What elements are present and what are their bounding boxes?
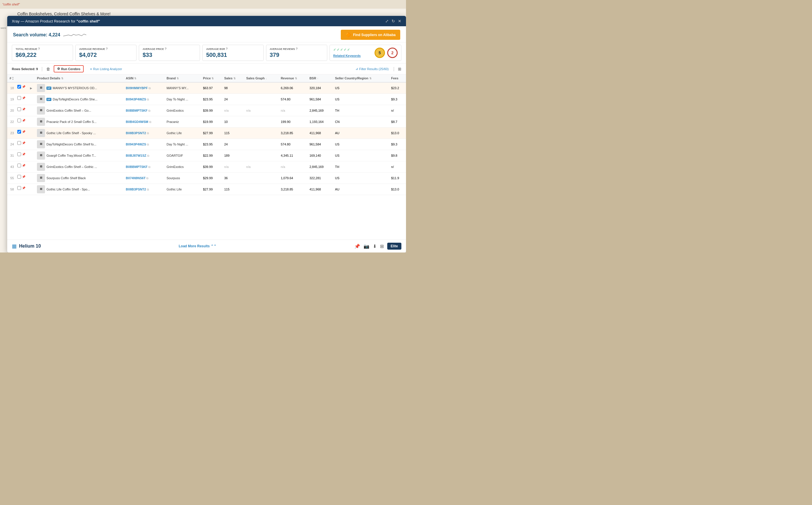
asin-link[interactable]: B0BBMPTSKF [126, 165, 148, 169]
pin-icon[interactable]: 📌 [22, 153, 25, 156]
row-expand[interactable] [28, 150, 35, 161]
revenue-cell: 3,218.85 [278, 128, 307, 139]
row-expand[interactable] [28, 128, 35, 139]
pin-icon[interactable]: 📌 [22, 141, 25, 145]
copy-icon[interactable]: ⧉ [148, 87, 151, 90]
price-cell: $22.99 [201, 150, 222, 161]
copy-icon[interactable]: ⧉ [148, 120, 151, 124]
asin-link[interactable]: B0943P4WZS [126, 98, 146, 101]
search-volume-label: Search volume: 4,224 [13, 32, 60, 37]
sales-cell: 36 [222, 173, 244, 184]
row-checkbox[interactable] [17, 130, 21, 134]
row-checkbox[interactable] [17, 107, 21, 111]
row-expand[interactable] [28, 139, 35, 150]
copy-icon[interactable]: ⧉ [148, 109, 150, 112]
find-suppliers-button[interactable]: 🔶 Find Suppliers on Alibaba [341, 30, 400, 40]
asin-link[interactable]: B0BBMPTSKF [126, 109, 148, 112]
browser-search-bar: "coffin shelf" [0, 0, 406, 9]
row-expand[interactable] [28, 161, 35, 173]
row-controls[interactable]: 📌 [16, 128, 28, 135]
pin-icon[interactable]: 📌 [22, 108, 25, 111]
asin-link[interactable]: B0B4GD4WSM [126, 120, 148, 124]
asin-link[interactable]: B0BJ87W1SZ [126, 154, 146, 157]
run-cerebro-button[interactable]: ⚙ Run Cerebro [54, 65, 84, 72]
copy-icon[interactable]: ⧉ [146, 143, 149, 146]
fees-cell: n/ [389, 161, 406, 173]
row-expand[interactable] [28, 184, 35, 195]
asin-cell[interactable]: B0943P4WZS ⧉ [124, 94, 164, 105]
asin-link[interactable]: B09HMMYBPF [126, 86, 148, 90]
row-checkbox[interactable] [17, 85, 21, 89]
copy-icon[interactable]: ⧉ [146, 188, 149, 191]
asin-cell[interactable]: B08B3PSNT2 ⧉ [124, 128, 164, 139]
delete-button[interactable]: 🗑 [46, 67, 50, 71]
asin-cell[interactable]: B0BJ87W1SZ ⧉ [124, 150, 164, 161]
row-controls[interactable]: 📌 [16, 162, 28, 169]
asin-cell[interactable]: B074N9NS6T ⧉ [124, 173, 164, 184]
filter-results-button[interactable]: ⊿ Filter Results (25/60) [356, 67, 389, 71]
row-checkbox[interactable] [17, 96, 21, 100]
row-controls[interactable]: 📌 [16, 106, 28, 113]
pin-icon[interactable]: 📌 [22, 119, 25, 122]
row-controls[interactable]: 📌 [16, 151, 28, 158]
pin-icon[interactable]: 📌 [22, 186, 25, 190]
asin-cell[interactable]: B0B4GD4WSM ⧉ [124, 116, 164, 128]
columns-toggle-button[interactable]: ⊞ [398, 67, 401, 71]
asin-cell[interactable]: B0BBMPTSKF ⧉ [124, 105, 164, 116]
bsr-cell: 320,184 [307, 82, 333, 94]
row-checkbox[interactable] [17, 164, 21, 167]
row-controls[interactable]: 📌 [16, 95, 28, 101]
asin-link[interactable]: B0943P4WZS [126, 143, 146, 146]
copy-icon[interactable]: ⧉ [146, 177, 149, 180]
row-checkbox[interactable] [17, 119, 21, 122]
row-checkbox[interactable] [17, 175, 21, 179]
copy-icon[interactable]: ⧉ [148, 165, 150, 169]
copy-icon[interactable]: ⧉ [146, 154, 149, 157]
pin-icon[interactable]: 📌 [22, 85, 25, 88]
row-checkbox[interactable] [17, 141, 21, 145]
asin-link[interactable]: B08B3PSNT2 [126, 188, 146, 191]
row-controls[interactable]: 📌 [16, 173, 28, 180]
row-controls[interactable]: 📌 [16, 83, 28, 90]
asin-cell[interactable]: B08B3PSNT2 ⧉ [124, 184, 164, 195]
row-controls[interactable]: 📌 [16, 117, 28, 124]
row-checkbox[interactable] [17, 186, 21, 190]
related-keywords-link[interactable]: Related Keywords [333, 54, 361, 57]
resize-icon[interactable]: ⤢ [385, 19, 389, 23]
row-controls[interactable]: 📌 [16, 140, 28, 146]
asin-cell[interactable]: B0BBMPTSKF ⧉ [124, 161, 164, 173]
camera-button[interactable]: 📷 [364, 243, 369, 249]
stats-row: TOTAL REVENUE ? $69,222 AVERAGE REVENUE … [7, 42, 406, 63]
expand-button[interactable]: ▶ [30, 87, 32, 90]
asin-cell[interactable]: B09HMMYBPF ⧉ [124, 82, 164, 94]
asin-link[interactable]: B074N9NS6T [126, 176, 146, 180]
product-name: GrimExotics Coffin Shelf – Gothic ... [46, 165, 97, 169]
pin-icon[interactable]: 📌 [22, 97, 25, 100]
asin-link[interactable]: B08B3PSNT2 [126, 131, 146, 135]
pin-icon[interactable]: 📌 [22, 130, 25, 133]
product-details-cell: 🖼Goargif Coffin Tray,Wood Coffin T... [35, 150, 124, 161]
row-expand[interactable] [28, 173, 35, 184]
asin-cell[interactable]: B0943P4WZS ⧉ [124, 139, 164, 150]
pin-icon[interactable]: 📌 [22, 175, 25, 178]
price-cell: $29.99 [201, 173, 222, 184]
row-expand[interactable] [28, 94, 35, 105]
pin-icon[interactable]: 📌 [22, 164, 25, 167]
close-icon[interactable]: ✕ [398, 19, 401, 23]
row-expand[interactable] [28, 105, 35, 116]
pin-button[interactable]: 📌 [354, 243, 360, 249]
products-table-container[interactable]: # ▲▼ Product Details ⇅ ASIN ⇅ [7, 74, 406, 239]
row-expand[interactable] [28, 116, 35, 128]
run-listing-analyzer-button[interactable]: ≡ Run Listing Analyzer [87, 66, 125, 72]
grid-view-button[interactable]: ⊞ [380, 243, 384, 249]
mini-sparkline [246, 129, 266, 137]
product-name: GrimExotics Coffin Shelf – Go... [46, 109, 91, 112]
refresh-icon[interactable]: ↻ [392, 19, 395, 23]
row-expand[interactable]: ▶ [28, 82, 35, 94]
copy-icon[interactable]: ⧉ [146, 132, 149, 135]
copy-icon[interactable]: ⧉ [146, 98, 149, 101]
load-more-button[interactable]: Load More Results ⌃⌃ [179, 244, 216, 248]
row-checkbox[interactable] [17, 152, 21, 156]
row-controls[interactable]: 📌 [16, 185, 28, 191]
download-button[interactable]: ⬇ [373, 243, 377, 249]
